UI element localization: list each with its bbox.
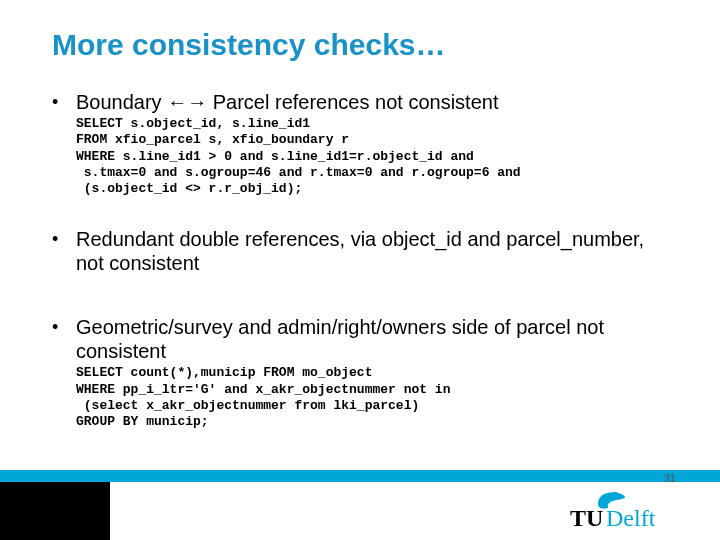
list-item: Redundant double references, via object_… <box>52 227 668 275</box>
tudelft-logo-svg: TU Delft <box>546 490 676 532</box>
page-number: 31 <box>664 472 676 484</box>
logo-tu-text: TU <box>570 505 603 531</box>
bullet-text: Redundant double references, via object_… <box>76 227 668 275</box>
footer-accent-bar <box>0 470 720 482</box>
bullet-list: Boundary ←→ Parcel references not consis… <box>52 90 668 430</box>
slide: More consistency checks… Boundary ←→ Par… <box>0 0 720 540</box>
bullet-text: Geometric/survey and admin/right/owners … <box>76 315 668 363</box>
slide-body: Boundary ←→ Parcel references not consis… <box>52 90 668 430</box>
code-block: SELECT count(*),municip FROM mo_object W… <box>76 365 668 430</box>
tudelft-logo: TU Delft <box>546 490 676 532</box>
bullet-text: Boundary ←→ Parcel references not consis… <box>76 90 668 114</box>
code-block: SELECT s.object_id, s.line_id1 FROM xfio… <box>76 116 668 197</box>
list-item: Boundary ←→ Parcel references not consis… <box>52 90 668 114</box>
slide-title: More consistency checks… <box>52 28 446 62</box>
logo-delft-text: Delft <box>606 505 656 531</box>
list-item: Geometric/survey and admin/right/owners … <box>52 315 668 363</box>
footer-black-box <box>0 482 110 540</box>
